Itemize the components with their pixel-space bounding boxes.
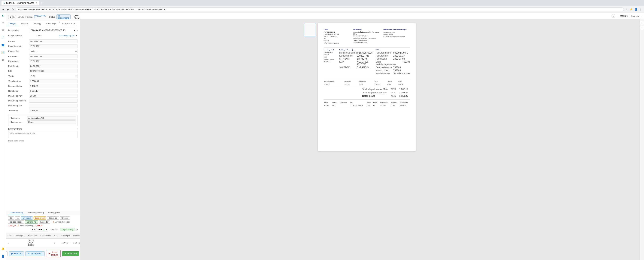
totalbelop-input[interactable] xyxy=(29,109,78,112)
eksporter-btn[interactable]: Eksporter xyxy=(39,220,50,223)
next-invoice-btn[interactable]: ▶ xyxy=(12,15,16,19)
lines-col-linjebelop: Linjebeløp xyxy=(399,101,410,104)
fakturanr-input[interactable] xyxy=(29,55,78,58)
new-tab-btn[interactable]: + xyxy=(40,1,44,5)
settings-btn[interactable]: ⚙ xyxy=(76,228,78,231)
table-row[interactable]: 1 COCA-COLA 10LBiB 1 1 007,17 1 007,17 1… xyxy=(6,238,80,247)
tab-innkjopsordrer[interactable]: Innkjøpsordrer xyxy=(60,21,78,26)
kunde-city: NO xyxy=(324,38,350,40)
mva-lav-input[interactable] xyxy=(29,104,78,107)
faktura-dato-value: 2022-02-17 xyxy=(393,55,405,57)
address-bar[interactable] xyxy=(16,8,624,11)
help-btn[interactable]: ? xyxy=(612,14,615,18)
tab-detaljer[interactable]: Detaljer xyxy=(6,21,18,26)
forward-btn[interactable]: ▶ xyxy=(6,8,10,11)
nettobelop-input[interactable] xyxy=(29,89,78,93)
total-inkl-value: 1 158,25 xyxy=(398,91,410,94)
vekslingskurs-input[interactable] xyxy=(29,79,78,83)
kid-input[interactable] xyxy=(29,69,78,73)
tab-konteringsvoning[interactable]: Konteringsvoning xyxy=(26,211,46,215)
sidebar-docs-icon[interactable]: 📄 xyxy=(0,35,5,40)
more-btn[interactable]: ⋮ xyxy=(639,7,642,11)
faktura-dato-label: Fakturadato xyxy=(376,55,392,57)
videresend-btn[interactable]: ⏭ Videresend xyxy=(25,251,45,256)
save-btn[interactable]: Lagre varning xyxy=(60,228,75,231)
posteringsdato-input[interactable] xyxy=(29,44,78,48)
product-btn[interactable]: Product ▾ xyxy=(617,14,630,18)
sidebar-alert-icon[interactable]: 🔔 xyxy=(0,246,5,251)
fortsett-btn[interactable]: ▶ Fortsett xyxy=(9,251,24,256)
sidebar-inbox-icon[interactable]: ✉ xyxy=(1,28,5,32)
tab-arbeidsflyt[interactable]: Arbeidsflyt xyxy=(44,21,58,26)
betaling-konto-row: Kontonummer 9202924769 xyxy=(339,55,373,57)
kopier-rad-btn[interactable]: Kopier rad xyxy=(47,216,59,220)
profile-btn[interactable]: 👤 xyxy=(634,7,638,11)
zoom-in-btn[interactable]: + xyxy=(640,21,644,25)
grupper-btn[interactable]: Grupper xyxy=(60,216,70,220)
right-panel: ? Product ▾ Last upp ↑ xyxy=(80,13,644,260)
avvis-btn[interactable]: ✕ Avvis faktura xyxy=(46,250,60,257)
tab-vedlegg[interactable]: Vedlegg xyxy=(31,21,44,26)
browser-toolbar: ◀ ▶ ↻ ☆ ⚡ 👤 ⋮ xyxy=(0,6,644,13)
faktura-kontakt-label: Kontakt Navn xyxy=(376,69,392,72)
viewer-zoom-controls: + − xyxy=(640,19,644,260)
ta-btn[interactable]: Ta xyxy=(15,216,20,220)
comments-header: Kommentarer ▾ xyxy=(8,128,78,130)
fakturadato-input[interactable] xyxy=(29,59,78,63)
tab-normalisering[interactable]: Normalisering xyxy=(8,211,26,215)
valuta-select[interactable]: NOK xyxy=(29,74,78,78)
doc-totals: Totalbeløp eksklusiv MVA NOK 1 007,17 To… xyxy=(324,87,410,98)
faktura-input[interactable] xyxy=(29,40,78,43)
fakturanr-label: Fakturanr.* xyxy=(8,55,29,58)
back-btn[interactable]: ◀ xyxy=(2,8,5,11)
godkjenn-btn[interactable]: ✓ Godkjenn xyxy=(62,251,79,256)
sidebar-home-icon[interactable]: ⌂ xyxy=(1,20,4,25)
standard-badge[interactable]: Standard ▾ ▲ ▾ xyxy=(30,228,48,231)
klientnummer-input[interactable] xyxy=(27,120,76,124)
generer-xl-btn[interactable]: Generer XL xyxy=(25,220,38,223)
toolbar-right: Standard ▾ ▲ ▾ Two lines Lagre varning ⚙ xyxy=(30,228,78,231)
zoom-out-btn[interactable]: − xyxy=(640,26,644,30)
comments-textarea[interactable] xyxy=(8,131,78,138)
alternativer-btn[interactable]: ▾ Alternativer xyxy=(6,251,8,256)
mva-hoy-input[interactable] xyxy=(29,94,78,98)
prev-invoice-btn[interactable]: ◀ xyxy=(8,15,12,19)
tab-aktivitet[interactable]: Aktivitet xyxy=(18,21,31,26)
status-badge[interactable]: Til gjennomgang xyxy=(56,15,70,19)
del-opp-btn[interactable]: Del opp gruppe xyxy=(8,220,24,223)
logo: S xyxy=(2,14,4,17)
page-thumb-1[interactable] xyxy=(304,23,316,36)
mva-grunnlag: 1 007,17 xyxy=(324,83,344,86)
faktura-doc-block: Faktura Fakturanummer 9020924796-1 Faktu… xyxy=(376,49,410,75)
sidebar-settings-icon[interactable]: ⚙ xyxy=(1,58,5,62)
ikke-betal-checkbox[interactable] xyxy=(72,16,74,18)
sidebar-user-icon[interactable]: 👤 xyxy=(0,254,5,258)
bookmark-btn[interactable]: ☆ xyxy=(625,7,628,11)
doc-second-grid: Leveringssted THOR DAHLS GATE 1 3210 SAN… xyxy=(324,49,410,75)
klientnavn-input[interactable] xyxy=(27,116,76,120)
un-btn[interactable]: Un-tingsitt xyxy=(21,216,33,220)
leverandor-addr4: 3200 SANDEFJORD xyxy=(353,42,380,44)
legg-til-red-btn[interactable]: Legg til red xyxy=(34,216,46,220)
del-btn[interactable]: Del xyxy=(8,216,14,220)
tab-close-btn[interactable]: ✕ xyxy=(36,2,37,4)
supplier-select[interactable]: 52043 ARRANGEMENTSERVICE AS xyxy=(29,28,76,32)
kjopersref-select[interactable]: Velg... xyxy=(29,49,78,53)
kid-row: KID xyxy=(8,69,78,73)
beregnet-input[interactable] xyxy=(29,84,78,88)
browser-tab[interactable]: S SEMINE - Changing finance ✕ xyxy=(2,1,39,6)
sidebar-people-icon[interactable]: 👥 xyxy=(0,43,5,47)
ikke-betal-area: Ikke betal ℹ ⋮ xyxy=(72,14,80,20)
reload-btn[interactable]: ↻ xyxy=(11,8,15,11)
betalt-cur: NOK xyxy=(390,95,398,98)
comments-title: Kommentarer xyxy=(8,128,22,130)
tab-vedleggsfiler[interactable]: Vedleggsfiler xyxy=(46,211,62,215)
sidebar-chart-icon[interactable]: 📊 xyxy=(0,50,5,55)
forfaldato-input[interactable] xyxy=(29,64,78,68)
lines-cell-8: 1 007,17 xyxy=(399,104,410,107)
extensions-btn[interactable]: ⚡ xyxy=(629,7,633,11)
panel-header: ◀ ▶ 13/106 Faktura 9020924796-1 Status T… xyxy=(6,13,80,21)
kjopersref-row: Kjøpers Ref. Velg... xyxy=(8,49,78,53)
mva-medium-input[interactable] xyxy=(29,99,78,103)
two-lines-btn[interactable]: Two lines xyxy=(49,228,59,231)
